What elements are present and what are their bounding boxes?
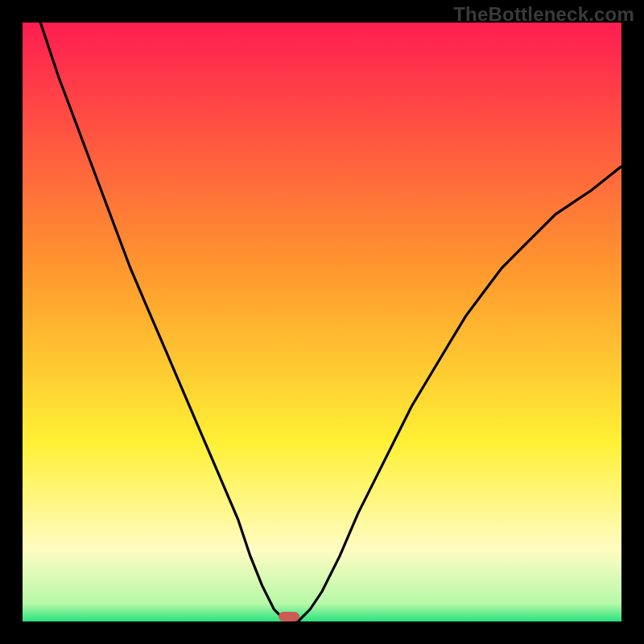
optimal-marker xyxy=(279,612,299,621)
watermark-text: TheBottleneck.com xyxy=(453,3,634,26)
chart-frame: TheBottleneck.com xyxy=(0,0,644,644)
plot-area xyxy=(23,23,621,621)
bottleneck-curve xyxy=(23,23,621,621)
